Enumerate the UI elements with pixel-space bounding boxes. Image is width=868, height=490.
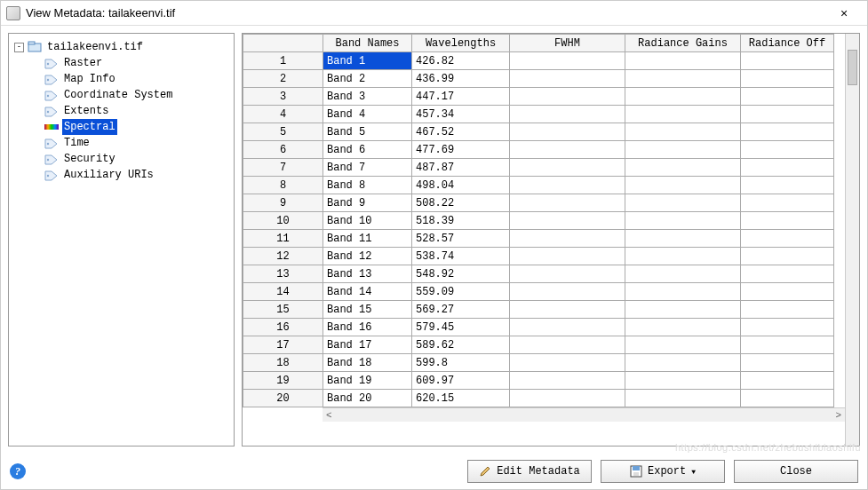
row-header[interactable]: 10 — [243, 212, 323, 230]
col-radiance-off[interactable]: Radiance Off — [741, 35, 834, 52]
cell-band-name[interactable]: Band 12 — [323, 248, 412, 265]
cell-band-name[interactable]: Band 10 — [323, 212, 412, 230]
tree-collapse-toggle[interactable]: - — [14, 43, 24, 52]
cell-fwhm[interactable] — [510, 159, 625, 177]
row-header[interactable]: 18 — [243, 354, 323, 372]
cell-radiance-off[interactable] — [741, 336, 834, 354]
row-header[interactable]: 2 — [243, 70, 323, 88]
cell-radiance-gains[interactable] — [625, 390, 741, 407]
cell-wavelength[interactable]: 508.22 — [412, 194, 510, 212]
tree-item-auxiliary-uris[interactable]: Auxiliary URIs — [44, 167, 232, 183]
table-row[interactable]: 8Band 8498.04 — [243, 177, 834, 194]
cell-wavelength[interactable]: 518.39 — [412, 212, 510, 230]
row-header[interactable]: 5 — [243, 123, 323, 141]
vscroll-thumb[interactable] — [848, 50, 857, 85]
cell-wavelength[interactable]: 436.99 — [412, 70, 510, 88]
cell-band-name[interactable]: Band 17 — [323, 336, 412, 354]
cell-band-name[interactable]: Band 13 — [323, 265, 412, 283]
row-header[interactable]: 19 — [243, 372, 323, 390]
tree-item-extents[interactable]: Extents — [44, 103, 232, 119]
row-header[interactable]: 4 — [243, 106, 323, 123]
cell-radiance-off[interactable] — [741, 212, 834, 230]
cell-radiance-gains[interactable] — [625, 106, 741, 123]
table-row[interactable]: 17Band 17589.62 — [243, 336, 834, 354]
table-row[interactable]: 20Band 20620.15 — [243, 390, 834, 407]
metadata-table[interactable]: Band Names Wavelengths FWHM Radiance Gai… — [243, 34, 834, 407]
tree-item-raster[interactable]: Raster — [44, 55, 232, 71]
cell-fwhm[interactable] — [510, 336, 625, 354]
cell-radiance-gains[interactable] — [625, 194, 741, 212]
table-row[interactable]: 6Band 6477.69 — [243, 141, 834, 159]
cell-band-name[interactable]: Band 14 — [323, 283, 412, 301]
cell-radiance-off[interactable] — [741, 390, 834, 407]
cell-fwhm[interactable] — [510, 390, 625, 407]
cell-radiance-off[interactable] — [741, 159, 834, 177]
table-row[interactable]: 2Band 2436.99 — [243, 70, 834, 88]
cell-radiance-gains[interactable] — [625, 265, 741, 283]
cell-wavelength[interactable]: 528.57 — [412, 230, 510, 248]
cell-radiance-gains[interactable] — [625, 177, 741, 194]
cell-radiance-off[interactable] — [741, 248, 834, 265]
vertical-scrollbar[interactable] — [845, 34, 859, 446]
table-row[interactable]: 16Band 16579.45 — [243, 319, 834, 336]
row-header[interactable]: 17 — [243, 336, 323, 354]
cell-fwhm[interactable] — [510, 70, 625, 88]
cell-band-name[interactable]: Band 4 — [323, 106, 412, 123]
row-header[interactable]: 9 — [243, 194, 323, 212]
row-header[interactable]: 11 — [243, 230, 323, 248]
cell-band-name[interactable]: Band 8 — [323, 177, 412, 194]
cell-fwhm[interactable] — [510, 194, 625, 212]
row-header[interactable]: 12 — [243, 248, 323, 265]
cell-fwhm[interactable] — [510, 283, 625, 301]
table-row[interactable]: 11Band 11528.57 — [243, 230, 834, 248]
cell-radiance-gains[interactable] — [625, 52, 741, 70]
horizontal-scrollbar[interactable]: < > — [323, 407, 845, 422]
cell-wavelength[interactable]: 620.15 — [412, 390, 510, 407]
cell-wavelength[interactable]: 609.97 — [412, 372, 510, 390]
cell-band-name[interactable]: Band 15 — [323, 301, 412, 319]
tree-item-spectral[interactable]: Spectral — [44, 119, 232, 135]
hscroll-left-arrow[interactable]: < — [326, 410, 332, 421]
table-row[interactable]: 13Band 13548.92 — [243, 265, 834, 283]
cell-band-name[interactable]: Band 7 — [323, 159, 412, 177]
table-row[interactable]: 15Band 15569.27 — [243, 301, 834, 319]
cell-radiance-gains[interactable] — [625, 159, 741, 177]
row-header[interactable]: 8 — [243, 177, 323, 194]
cell-band-name[interactable]: Band 6 — [323, 141, 412, 159]
tree-item-time[interactable]: Time — [44, 135, 232, 151]
cell-band-name[interactable]: Band 3 — [323, 88, 412, 106]
cell-fwhm[interactable] — [510, 177, 625, 194]
cell-radiance-off[interactable] — [741, 230, 834, 248]
cell-radiance-off[interactable] — [741, 177, 834, 194]
row-header[interactable]: 3 — [243, 88, 323, 106]
cell-radiance-off[interactable] — [741, 123, 834, 141]
cell-wavelength[interactable]: 579.45 — [412, 319, 510, 336]
col-fwhm[interactable]: FWHM — [510, 35, 625, 52]
cell-radiance-off[interactable] — [741, 141, 834, 159]
cell-fwhm[interactable] — [510, 265, 625, 283]
cell-radiance-gains[interactable] — [625, 283, 741, 301]
metadata-tree-panel[interactable]: - tailakeenvi.tif RasterMap InfoCoordina… — [8, 33, 235, 447]
cell-wavelength[interactable]: 538.74 — [412, 248, 510, 265]
cell-band-name[interactable]: Band 19 — [323, 372, 412, 390]
cell-wavelength[interactable]: 589.62 — [412, 336, 510, 354]
table-row[interactable]: 19Band 19609.97 — [243, 372, 834, 390]
cell-wavelength[interactable]: 426.82 — [412, 52, 510, 70]
cell-radiance-off[interactable] — [741, 372, 834, 390]
table-row[interactable]: 3Band 3447.17 — [243, 88, 834, 106]
row-header[interactable]: 6 — [243, 141, 323, 159]
table-row[interactable]: 10Band 10518.39 — [243, 212, 834, 230]
cell-radiance-gains[interactable] — [625, 301, 741, 319]
col-radiance-gains[interactable]: Radiance Gains — [625, 35, 741, 52]
tree-item-coordinate-system[interactable]: Coordinate System — [44, 87, 232, 103]
cell-radiance-off[interactable] — [741, 283, 834, 301]
cell-radiance-off[interactable] — [741, 319, 834, 336]
titlebar[interactable]: View Metadata: tailakeenvi.tif × — [1, 1, 867, 26]
close-button[interactable]: Close — [734, 460, 858, 483]
cell-wavelength[interactable]: 498.04 — [412, 177, 510, 194]
cell-radiance-gains[interactable] — [625, 230, 741, 248]
cell-wavelength[interactable]: 599.8 — [412, 354, 510, 372]
cell-band-name[interactable]: Band 5 — [323, 123, 412, 141]
cell-radiance-gains[interactable] — [625, 212, 741, 230]
cell-band-name[interactable]: Band 2 — [323, 70, 412, 88]
